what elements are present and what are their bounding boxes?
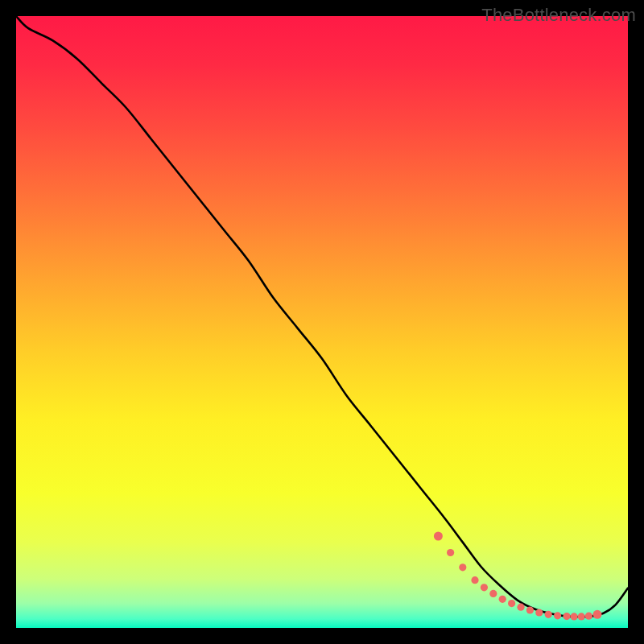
svg-point-18 bbox=[593, 610, 602, 619]
svg-point-11 bbox=[535, 609, 543, 616]
svg-point-16 bbox=[578, 613, 585, 620]
svg-point-6 bbox=[489, 590, 497, 597]
watermark-label: TheBottleneck.com bbox=[481, 5, 636, 26]
svg-point-15 bbox=[571, 613, 578, 620]
svg-point-2 bbox=[447, 549, 454, 556]
svg-point-9 bbox=[517, 604, 524, 611]
svg-point-14 bbox=[563, 613, 570, 620]
plot-area bbox=[16, 16, 628, 628]
svg-point-17 bbox=[585, 613, 592, 620]
chart-root: TheBottleneck.com bbox=[0, 0, 644, 644]
svg-point-13 bbox=[554, 612, 561, 619]
svg-point-12 bbox=[545, 611, 552, 618]
svg-point-7 bbox=[499, 596, 506, 603]
highlighted-range-markers bbox=[16, 16, 628, 628]
svg-point-10 bbox=[526, 606, 534, 613]
svg-point-5 bbox=[481, 584, 488, 591]
svg-point-3 bbox=[459, 564, 466, 571]
svg-point-8 bbox=[508, 600, 515, 607]
svg-point-1 bbox=[434, 532, 443, 541]
svg-point-4 bbox=[471, 576, 478, 584]
